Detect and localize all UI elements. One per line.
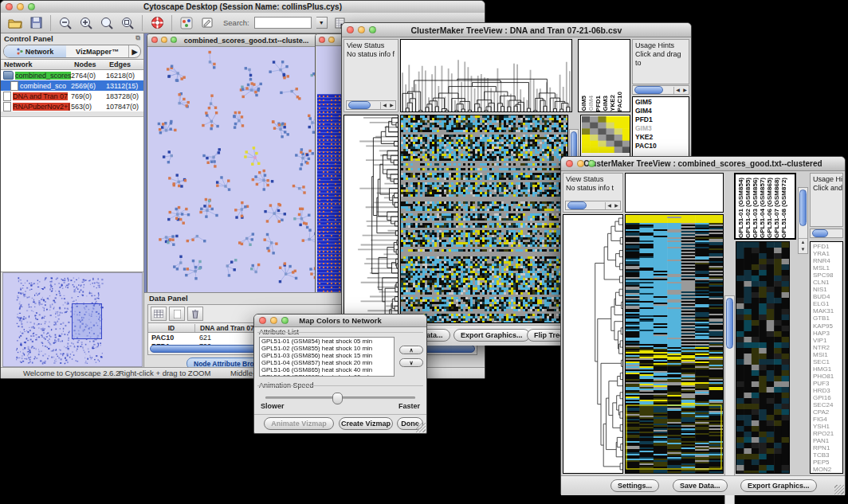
tv2-gene-label[interactable]: NIS1 xyxy=(813,286,842,293)
close-button[interactable] xyxy=(347,26,354,33)
search-input[interactable] xyxy=(254,17,312,29)
tv2-gene-label[interactable]: TCB3 xyxy=(813,451,842,459)
tv2-gene-label[interactable]: ELG1 xyxy=(813,300,842,307)
zoom-button[interactable] xyxy=(281,317,289,324)
attribute-list-item[interactable]: GPL51-06 (GSM865) heat shock 40 min xyxy=(261,366,394,373)
tv2-gene-label[interactable]: BUD4 xyxy=(813,293,842,300)
create-vizmap-button[interactable]: Create Vizmap xyxy=(339,417,393,430)
tv2-column-labels-vscrollbar[interactable]: ▲▼ xyxy=(798,187,808,254)
tv2-gene-label[interactable]: PUF3 xyxy=(813,380,842,387)
zoom-out-icon[interactable] xyxy=(57,15,73,31)
tv2-gene-label[interactable]: MSL1 xyxy=(813,264,842,272)
close-button[interactable] xyxy=(6,3,13,10)
search-dropdown-arrow[interactable]: ▼ xyxy=(316,17,328,29)
tv1-column-label[interactable]: GIM5 xyxy=(580,96,587,111)
tv1-gene-label[interactable]: GIM3 xyxy=(635,124,689,133)
col-nodes[interactable]: Nodes xyxy=(74,61,109,68)
attribute-list-item[interactable]: GPL51-01 (GSM854) heat shock 05 min xyxy=(261,338,394,345)
close-button[interactable] xyxy=(259,317,266,324)
network-table-row[interactable]: combined_sco 2569(6) 13112(15) xyxy=(1,80,143,91)
attribute-list-item[interactable]: GPL51-07 (GSM868) heat shock 60 min xyxy=(261,373,394,377)
network-table-row[interactable]: combined_scores_ 2764(0) 16218(0) xyxy=(1,70,143,80)
tv2-gene-label[interactable]: MAK31 xyxy=(813,307,842,315)
scroll-thumb[interactable] xyxy=(567,201,587,209)
tv2-column-labels[interactable]: GPL51-01 (GSM854)GPL51-02 (GSM855)GPL51-… xyxy=(734,173,796,240)
zoom-selected-icon[interactable] xyxy=(120,15,135,31)
tv2-usage-hints-scrollbar[interactable] xyxy=(810,229,843,238)
close-button[interactable] xyxy=(151,37,158,43)
tv2-gene-label[interactable]: PAN1 xyxy=(813,437,842,444)
tv2-gene-label[interactable]: CPA2 xyxy=(813,408,842,416)
zoom-in-icon[interactable] xyxy=(78,15,94,31)
tv1-column-dendrogram[interactable] xyxy=(400,39,572,112)
tv1-gene-label[interactable]: YKE2 xyxy=(635,133,689,142)
zoom-button[interactable] xyxy=(171,37,177,43)
tv1-view-status-scrollbar[interactable]: ◀▶ xyxy=(346,100,396,110)
network-table-row[interactable]: RNAPuberNov2+| 563(0) 107847(0) xyxy=(1,101,143,111)
birdseye-view[interactable] xyxy=(2,272,143,367)
data-col-id[interactable]: ID xyxy=(148,324,195,332)
tv1-gene-label[interactable]: PAC10 xyxy=(635,142,689,150)
tv1-column-label[interactable]: PFD1 xyxy=(595,96,602,111)
tv2-column-label[interactable]: GPL51-02 (GSM855) xyxy=(744,178,752,238)
animate-vizmap-button[interactable]: Animate Vizmap xyxy=(264,417,334,430)
tv2-column-label[interactable]: GPL51-01 (GSM854) xyxy=(737,178,744,238)
tv2-column-tree-area[interactable] xyxy=(625,173,724,213)
tv2-column-label[interactable]: GPL51-07 (GSM868) xyxy=(773,178,780,238)
tv1-column-label[interactable]: GIM4 xyxy=(587,96,595,111)
tv2-gene-label[interactable]: MSI1 xyxy=(813,351,842,358)
col-network[interactable]: Network xyxy=(1,61,74,68)
delete-attribute-icon[interactable] xyxy=(187,307,203,321)
scroll-right-arrow[interactable]: ▶ xyxy=(681,87,689,94)
scroll-left-arrow[interactable]: ◀ xyxy=(674,87,681,94)
scroll-left-arrow[interactable]: ◀ xyxy=(606,202,613,209)
tv1-heatmap[interactable] xyxy=(400,115,568,323)
network-table-row[interactable]: DNA and Tran 07 769(0) 183728(0) xyxy=(1,91,143,101)
main-titlebar[interactable]: Cytoscape Desktop (Session Name: collins… xyxy=(1,1,485,14)
minimize-button[interactable] xyxy=(17,3,24,10)
animation-speed-slider-thumb[interactable] xyxy=(332,393,343,404)
resize-grip[interactable] xyxy=(416,423,426,432)
tab-network[interactable]: Network xyxy=(4,45,66,57)
minimize-button[interactable] xyxy=(358,26,365,33)
tab-vizmapper[interactable]: VizMapper™ xyxy=(66,45,128,57)
tv2-gene-label[interactable]: SPC98 xyxy=(813,272,842,279)
tv2-gene-label[interactable]: VIP1 xyxy=(813,337,842,344)
tv2-gene-label[interactable]: GTB1 xyxy=(813,315,842,322)
tv2-gene-label[interactable]: PFD1 xyxy=(813,243,842,250)
attribute-list-item[interactable]: GPL51-02 (GSM855) heat shock 10 min xyxy=(261,345,394,352)
scroll-thumb[interactable] xyxy=(799,189,807,226)
tv1-column-label[interactable]: GIM3 xyxy=(602,96,609,111)
tv2-gene-label[interactable]: SEC1 xyxy=(813,358,842,365)
tv1-column-label[interactable]: PAC10 xyxy=(616,92,623,111)
tv2-gene-label[interactable]: PEP5 xyxy=(813,459,842,466)
annotation-icon[interactable] xyxy=(199,15,215,31)
tv2-gene-label[interactable]: HMG1 xyxy=(813,365,842,373)
treeview2-titlebar[interactable]: ClusterMaker TreeView : combined_scores_… xyxy=(561,157,845,171)
zoom-button[interactable] xyxy=(28,3,35,10)
tv2-column-label[interactable]: GPL51-03 (GSM856) xyxy=(752,178,759,238)
network-canvas-2[interactable] xyxy=(316,46,344,292)
tv2-gene-list[interactable]: PFD1YRA1RNR4MSL1SPC98CLN1NIS1BUD4ELG1MAK… xyxy=(810,241,843,474)
attribute-table-icon[interactable] xyxy=(151,307,167,321)
tv2-heatmap[interactable] xyxy=(625,214,724,474)
col-edges[interactable]: Edges xyxy=(109,61,143,68)
tv2-gene-label[interactable]: RPN1 xyxy=(813,444,842,451)
tv2-save-data-button[interactable]: Save Data... xyxy=(673,479,728,492)
tv2-gene-label[interactable]: CLN1 xyxy=(813,279,842,286)
tv2-gene-label[interactable]: NTR2 xyxy=(813,344,842,351)
tv1-column-label[interactable]: YKE2 xyxy=(609,95,616,111)
treeview1-titlebar[interactable]: ClusterMaker TreeView : DNA and Tran 07-… xyxy=(342,23,691,37)
tv2-gene-label[interactable]: GPI16 xyxy=(813,394,842,401)
scroll-thumb[interactable] xyxy=(726,298,733,349)
tv2-gene-label[interactable]: RPO21 xyxy=(813,430,842,437)
tv2-sub-heatmap[interactable] xyxy=(736,241,790,474)
scroll-right-arrow[interactable]: ▶ xyxy=(388,102,395,109)
save-icon[interactable] xyxy=(28,15,44,31)
scroll-thumb[interactable] xyxy=(634,86,663,94)
tv1-usage-hints-scrollbar[interactable]: ◀▶ xyxy=(632,85,689,95)
minimize-button[interactable] xyxy=(161,37,167,43)
move-attribute-up-button[interactable]: ∧ xyxy=(399,346,423,354)
vizmapper-nodes-icon[interactable] xyxy=(179,15,194,31)
tv2-column-label[interactable]: GPL51-04 (GSM857) xyxy=(759,178,766,238)
